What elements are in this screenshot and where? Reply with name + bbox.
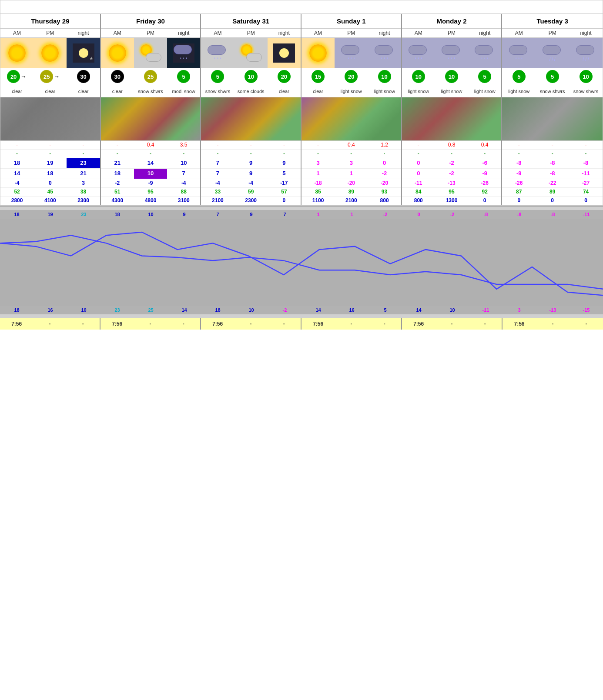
chart-bottom-val-2: 10 — [67, 307, 100, 313]
sub-header-2-0: AM — [201, 29, 234, 37]
sunrise-cell-0-1: - — [33, 318, 66, 330]
day-header-5: Tuesday 3 — [502, 14, 603, 29]
sunrise-cell-1-1: - — [134, 318, 167, 330]
prec-green-cell-5-1: - — [536, 150, 569, 158]
sunrise-col-4: 7:56-- — [402, 318, 502, 330]
temp-hi-row-3: 330 — [302, 158, 401, 169]
sunrise-row: 7:56--7:56--7:56--7:56--7:56--7:56-- — [0, 318, 603, 330]
temp-hi-row-2: 799 — [201, 158, 301, 169]
humidity-cell-1-2: 88 — [167, 188, 200, 196]
wind-chill-cell-2-2: -17 — [268, 179, 301, 187]
wind-speed-cell-1-0: 4300 — [101, 197, 134, 205]
sunrise-cell-1-0: 7:56 — [100, 318, 134, 330]
temperature-chart — [0, 210, 603, 314]
prec-red-row-5: --- — [502, 141, 603, 150]
weather-icon-4-2: * * * — [468, 38, 501, 68]
prec-red-cell-4-2: 0.4 — [468, 141, 501, 149]
wind-chill-row-1: -2-9-4 — [101, 179, 201, 188]
prec-green-cell-3-1: - — [335, 150, 368, 158]
prec-red-row-4: -0.80.4 — [402, 141, 502, 150]
wind-cell-0-1: 25→ — [34, 70, 67, 83]
humidity-cell-5-0: 87 — [502, 188, 536, 196]
wind-speed-row-0: 280041002300 — [0, 197, 100, 205]
temp-hi-row-1: 211410 — [101, 158, 201, 169]
condition-cell-1-0: clear — [101, 85, 134, 97]
wind-cell-4-1: 10 — [435, 70, 468, 83]
condition-cell-0-0: clear — [0, 85, 34, 97]
condition-cell-3-0: clear — [302, 85, 335, 97]
condition-cell-3-1: light snow — [335, 85, 368, 97]
chart-bottom-val-15: 3 — [502, 307, 536, 313]
wind-speed-cell-4-2: 0 — [468, 197, 501, 205]
prec-green-row-5: --- — [502, 150, 603, 158]
prec-green-cell-0-0: - — [0, 150, 34, 158]
wind-chill-cell-0-2: 3 — [67, 179, 100, 187]
wind-chill-cell-4-0: -11 — [402, 179, 435, 187]
temp-hi-cell-4-0: 0 — [402, 158, 435, 168]
temp-lo-cell-5-0: -9 — [502, 169, 536, 179]
wind-speed-row-2: 210023000 — [201, 197, 301, 205]
prec-red-row-1: -0.43.5 — [101, 141, 201, 150]
temp-lo-cell-1-0: 18 — [101, 169, 134, 179]
day-col-0: Thursday 29AMPMnight ★ 20→25→30clearclea… — [0, 14, 101, 205]
sunrise-cell-4-1: - — [435, 318, 468, 330]
prec-red-cell-1-1: 0.4 — [134, 141, 167, 149]
humidity-row-1: 519588 — [101, 188, 201, 197]
sunrise-cell-0-0: 7:56 — [0, 318, 33, 330]
weather-icon-1-1 — [134, 38, 167, 68]
summary-days03 — [6, 6, 297, 8]
temp-lo-cell-4-1: -2 — [435, 169, 468, 179]
prec-red-cell-3-0: - — [302, 141, 335, 149]
chart-section: 1819231810979711-20-2-8-8-8-11 181610232… — [0, 206, 603, 318]
chart-background: 1819231810979711-20-2-8-8-8-11 181610232… — [0, 210, 603, 314]
weather-icon-3-2: * * * — [368, 38, 401, 68]
icons-row-5: * * * / / / / / / — [502, 38, 603, 68]
temp-hi-cell-2-1: 9 — [234, 158, 268, 168]
wind-cell-1-0: 30 — [101, 70, 134, 83]
chart-bottom-val-8: -2 — [268, 307, 302, 313]
humidity-cell-4-1: 95 — [435, 188, 468, 196]
prec-green-row-2: --- — [201, 150, 301, 158]
condition-cell-5-0: light snow — [502, 85, 536, 97]
prec-green-cell-5-0: - — [502, 150, 536, 158]
chart-bottom-val-6: 18 — [201, 307, 234, 313]
temp-hi-row-5: -8-8-8 — [502, 158, 603, 169]
sub-header-4-1: PM — [435, 29, 468, 37]
wind-speed-row-3: 11002100800 — [302, 197, 401, 205]
prec-green-cell-1-1: - — [134, 150, 167, 158]
prec-red-cell-0-1: - — [34, 141, 67, 149]
prec-red-cell-1-2: 3.5 — [167, 141, 200, 149]
condition-cell-2-1: some clouds — [234, 85, 268, 97]
humidity-row-2: 335957 — [201, 188, 301, 197]
wind-chill-cell-3-2: -20 — [368, 179, 401, 187]
sunrise-cell-2-2: - — [268, 318, 301, 330]
chart-bottom-val-13: 10 — [436, 307, 469, 313]
chart-bottom-val-7: 10 — [234, 307, 268, 313]
chart-bottom-val-10: 16 — [335, 307, 368, 313]
temp-hi-cell-5-0: -8 — [502, 158, 536, 168]
weather-icon-5-1: / / / — [536, 38, 569, 68]
weather-icon-0-0 — [0, 38, 34, 68]
prec-green-cell-1-2: - — [167, 150, 200, 158]
wind-chill-row-2: -4-4-17 — [201, 179, 301, 188]
wind-chill-row-3: -18-20-20 — [302, 179, 401, 188]
map-row-4 — [402, 97, 502, 141]
temp-hi-cell-5-1: -8 — [536, 158, 569, 168]
temp-lo-cell-0-0: 14 — [0, 169, 34, 179]
temp-hi-cell-1-0: 21 — [101, 158, 134, 168]
humidity-cell-0-1: 45 — [34, 188, 67, 196]
temp-lo-cell-4-2: -9 — [468, 169, 501, 179]
temp-lo-cell-1-2: 7 — [167, 169, 200, 179]
humidity-cell-0-2: 38 — [67, 188, 100, 196]
day-col-2: Saturday 31AMPMnight * * * 51020snow shw… — [201, 14, 302, 205]
wind-speed-cell-3-2: 800 — [368, 197, 401, 205]
summary-section — [0, 0, 603, 14]
wind-cell-2-0: 5 — [201, 70, 234, 83]
day-header-3: Sunday 1 — [302, 14, 401, 29]
chart-bottom-val-16: -13 — [536, 307, 570, 313]
temp-hi-row-4: 0-2-6 — [402, 158, 502, 169]
prec-green-cell-2-0: - — [201, 150, 234, 158]
temp-hi-row-0: 181923 — [0, 158, 100, 169]
sunrise-col-2: 7:56-- — [201, 318, 302, 330]
wind-cell-5-0: 5 — [502, 70, 536, 83]
